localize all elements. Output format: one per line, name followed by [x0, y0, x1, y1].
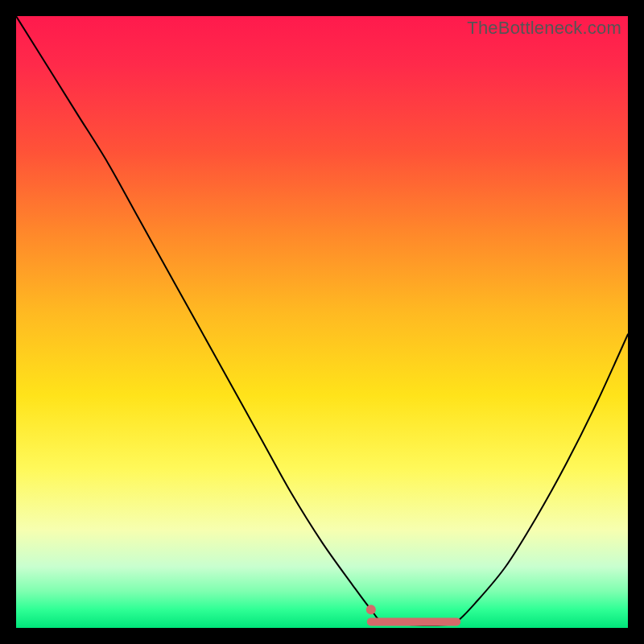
optimal-start-marker-icon — [366, 605, 376, 614]
chart-frame: TheBottleneck.com — [16, 16, 628, 628]
bottleneck-curve-plot — [16, 16, 628, 628]
bottleneck-curve — [16, 16, 628, 625]
